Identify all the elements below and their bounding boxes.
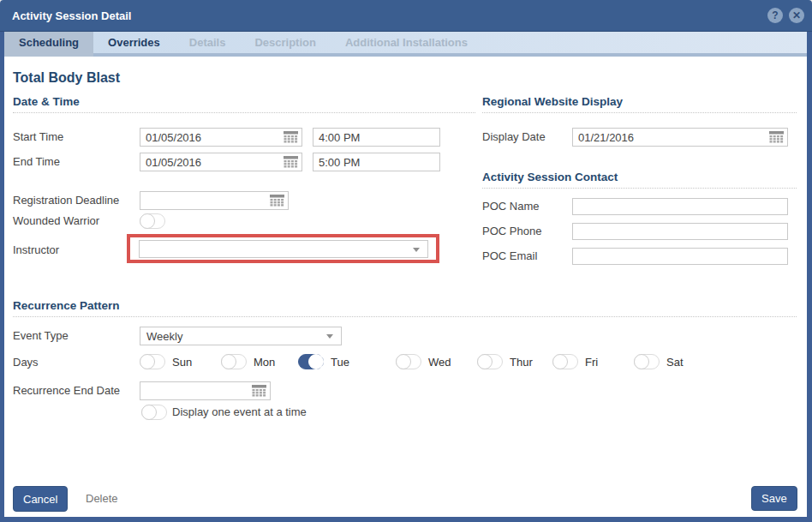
close-icon[interactable]: ✕ bbox=[789, 8, 804, 23]
start-time-label: Start Time bbox=[13, 128, 63, 147]
instructor-select[interactable] bbox=[139, 240, 428, 258]
toggle-knob bbox=[396, 354, 411, 369]
display-date-label: Display Date bbox=[482, 128, 546, 147]
start-date-field bbox=[140, 128, 302, 147]
day-toggle-thur[interactable]: Thur bbox=[477, 354, 552, 369]
toggle-knob bbox=[308, 354, 324, 369]
toggle-switch[interactable] bbox=[140, 354, 165, 369]
start-time-input[interactable] bbox=[313, 128, 440, 147]
help-icon[interactable]: ? bbox=[767, 8, 783, 23]
poc-phone-input[interactable] bbox=[572, 223, 788, 240]
delete-link[interactable]: Delete bbox=[86, 486, 118, 512]
toggle-knob bbox=[221, 354, 236, 369]
page-title: Total Body Blast bbox=[13, 70, 120, 86]
toggle-knob bbox=[552, 354, 568, 369]
chevron-down-icon bbox=[326, 334, 333, 339]
recurrence-heading: Recurrence Pattern bbox=[13, 299, 120, 312]
toggle-switch[interactable] bbox=[634, 354, 660, 369]
chevron-down-icon bbox=[413, 248, 420, 252]
event-type-select[interactable]: Weekly bbox=[140, 327, 342, 345]
calendar-icon[interactable] bbox=[270, 195, 284, 207]
poc-phone-label: POC Phone bbox=[482, 223, 541, 240]
day-toggle-sun[interactable]: Sun bbox=[140, 354, 221, 369]
event-type-label: Event Type bbox=[13, 327, 69, 345]
day-label: Sat bbox=[666, 356, 684, 369]
toggle-switch[interactable] bbox=[477, 354, 503, 369]
registration-deadline-label: Registration Deadline bbox=[13, 191, 119, 210]
toggle-switch[interactable] bbox=[396, 354, 421, 369]
dialog-border-right bbox=[807, 32, 812, 522]
display-date-input[interactable] bbox=[572, 128, 788, 147]
day-label: Wed bbox=[428, 356, 451, 369]
end-date-input[interactable] bbox=[140, 153, 302, 171]
tab-additional-installations: Additional Installations bbox=[331, 32, 482, 57]
date-time-heading: Date & Time bbox=[13, 95, 80, 108]
day-label: Mon bbox=[254, 356, 275, 369]
day-toggle-fri[interactable]: Fri bbox=[552, 354, 634, 369]
poc-email-label: POC Email bbox=[482, 248, 537, 265]
toggle-switch[interactable] bbox=[298, 354, 324, 369]
toggle-knob bbox=[477, 354, 493, 369]
registration-deadline-input[interactable] bbox=[140, 191, 289, 210]
registration-deadline-field bbox=[140, 191, 289, 210]
day-label: Thur bbox=[510, 356, 533, 369]
tab-details: Details bbox=[175, 32, 241, 57]
toggle-knob bbox=[140, 213, 155, 229]
tab-scheduling[interactable]: Scheduling bbox=[4, 32, 93, 57]
instructor-label: Instructor bbox=[13, 241, 59, 260]
days-label: Days bbox=[13, 355, 39, 370]
calendar-icon[interactable] bbox=[284, 156, 298, 168]
toggle-switch[interactable] bbox=[221, 354, 247, 369]
day-toggle-mon[interactable]: Mon bbox=[221, 354, 298, 369]
day-toggle-tue[interactable]: Tue bbox=[298, 354, 396, 369]
days-toggle-group: SunMonTueWedThurFriSat bbox=[140, 354, 702, 369]
date-time-divider bbox=[13, 112, 475, 113]
day-label: Fri bbox=[585, 356, 598, 369]
tab-bar: Scheduling Overrides Details Description… bbox=[4, 32, 807, 57]
poc-name-input[interactable] bbox=[572, 198, 788, 215]
tab-overrides[interactable]: Overrides bbox=[93, 32, 175, 57]
poc-email-input[interactable] bbox=[572, 248, 788, 265]
end-time-input[interactable] bbox=[313, 153, 440, 171]
cancel-button[interactable]: Cancel bbox=[13, 486, 68, 512]
event-type-value: Weekly bbox=[146, 327, 182, 345]
dialog-titlebar: Activity Session Detail ? ✕ bbox=[0, 0, 812, 32]
toggle-knob bbox=[634, 354, 649, 369]
dialog-border-bottom bbox=[0, 517, 812, 522]
calendar-icon[interactable] bbox=[284, 131, 298, 143]
regional-heading: Regional Website Display bbox=[482, 95, 623, 108]
dialog-border-left bbox=[0, 32, 4, 522]
day-label: Tue bbox=[331, 356, 349, 369]
day-toggle-sat[interactable]: Sat bbox=[634, 354, 702, 369]
save-button[interactable]: Save bbox=[751, 486, 797, 511]
end-date-field bbox=[140, 153, 302, 171]
display-date-field bbox=[572, 128, 788, 147]
activity-session-detail-dialog: Activity Session Detail ? ✕ Scheduling O… bbox=[0, 0, 812, 522]
recurrence-end-date-field bbox=[140, 381, 271, 400]
recurrence-end-date-label: Recurrence End Date bbox=[13, 381, 120, 400]
recurrence-divider bbox=[13, 316, 797, 317]
end-time-label: End Time bbox=[13, 153, 60, 171]
titlebar-icons: ? ✕ bbox=[767, 8, 804, 23]
regional-divider bbox=[482, 112, 797, 113]
toggle-knob bbox=[141, 405, 157, 420]
toggle-switch[interactable] bbox=[552, 354, 578, 369]
display-one-event-label: Display one event at a time bbox=[172, 405, 307, 420]
display-one-event-toggle[interactable] bbox=[141, 405, 167, 420]
start-date-input[interactable] bbox=[140, 128, 302, 147]
tab-description: Description bbox=[240, 32, 331, 57]
calendar-icon[interactable] bbox=[252, 385, 266, 397]
dialog-title: Activity Session Detail bbox=[12, 0, 131, 32]
day-label: Sun bbox=[172, 356, 192, 369]
contact-divider bbox=[482, 188, 797, 189]
wounded-warrior-label: Wounded Warrior bbox=[13, 213, 99, 229]
toggle-knob bbox=[140, 354, 155, 369]
calendar-icon[interactable] bbox=[769, 131, 784, 143]
day-toggle-wed[interactable]: Wed bbox=[396, 354, 477, 369]
poc-name-label: POC Name bbox=[482, 198, 539, 215]
wounded-warrior-toggle[interactable] bbox=[140, 213, 165, 229]
contact-heading: Activity Session Contact bbox=[482, 171, 618, 183]
